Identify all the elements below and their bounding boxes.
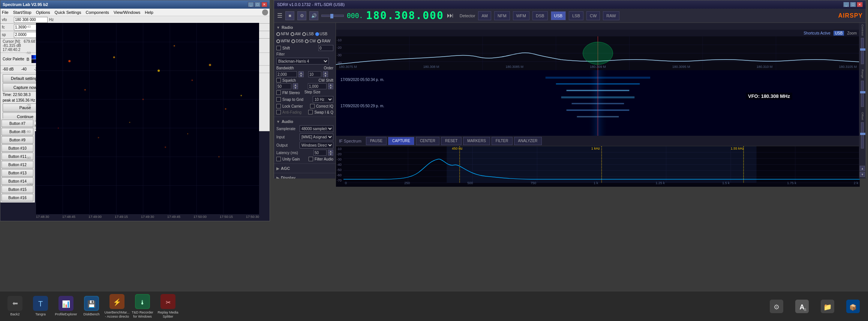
contrast-slider[interactable] — [861, 38, 864, 64]
fc-input[interactable] — [14, 24, 36, 30]
filter-select[interactable]: Blackman-Harris 4 — [276, 58, 329, 64]
sdr-maximize-btn[interactable]: □ — [850, 2, 856, 7]
bw-down-btn[interactable]: ▼ — [298, 74, 304, 77]
latency-input[interactable] — [313, 150, 327, 156]
sdr-close-btn[interactable]: ✕ — [857, 2, 863, 7]
taskbar-diskbench[interactable]: 💾 DiskBench — [80, 293, 103, 320]
range-slider[interactable] — [861, 81, 864, 107]
hamburger-icon[interactable]: ☰ — [277, 12, 282, 19]
side-btn-13[interactable]: Button #13 — [1, 169, 33, 177]
taskbar-font-icon[interactable]: A a — [791, 293, 813, 320]
if-markers-btn[interactable]: MARKERS — [463, 137, 490, 145]
if-capture-btn[interactable]: CAPTURE — [388, 137, 414, 145]
lockcarrier-label: Lock Carrier — [282, 104, 303, 108]
side-btn-15[interactable]: Button #15 — [1, 186, 33, 193]
volume-slider[interactable] — [321, 15, 344, 17]
cwshift-input[interactable] — [308, 83, 327, 89]
unitygain-checkbox[interactable]: Unity Gain — [276, 156, 300, 162]
mode-am-btn[interactable]: AM — [478, 11, 491, 20]
if-center-btn[interactable]: CENTER — [416, 137, 439, 145]
audio-section-header[interactable]: ▼ Audio — [276, 118, 333, 124]
shift-input[interactable] — [318, 45, 333, 51]
taskbar-dropbox-icon[interactable]: 📦 — [842, 293, 864, 320]
vfo-input[interactable] — [14, 17, 48, 23]
radio-usb[interactable]: USB — [315, 32, 328, 36]
mode-wfm-btn[interactable]: WFM — [513, 11, 529, 20]
close-button[interactable]: ✕ — [261, 2, 267, 7]
mode-usb-btn[interactable]: USB — [551, 11, 566, 20]
input-select[interactable]: [MME] Asignador d... — [300, 134, 333, 140]
sdr-minimize-btn[interactable]: _ — [843, 2, 849, 7]
menu-options[interactable]: Options — [36, 10, 50, 15]
bandwidth-input[interactable] — [276, 71, 297, 77]
display-section-header[interactable]: ▶ Display — [276, 175, 333, 178]
mode-nfm-btn[interactable]: NFM — [494, 11, 510, 20]
settings-icon[interactable]: ⚙ — [297, 11, 306, 20]
taskbar-userbenchmark[interactable]: ⚡ UserBenchMar... - Acceso directo — [106, 293, 128, 320]
offset-slider[interactable] — [861, 122, 864, 148]
radio-dsb[interactable]: DSB — [291, 39, 304, 43]
lat-down-btn[interactable]: ▼ — [328, 153, 333, 156]
radio-raw[interactable]: RAW — [317, 39, 330, 43]
sq-down-btn[interactable]: ▼ — [293, 86, 298, 89]
radio-section-header[interactable]: ▼ Radio — [276, 24, 333, 30]
radio-cw[interactable]: CW — [305, 39, 316, 43]
taskbar-profileexplorer[interactable]: 📊 ProfileExplorer — [55, 293, 77, 320]
taskbar-settings-icon[interactable]: ⚙ — [765, 293, 788, 320]
if-filter-btn[interactable]: FILTER — [492, 137, 513, 145]
mode-raw-btn[interactable]: RAW — [603, 11, 619, 20]
snaptogrid-checkbox[interactable]: Snap to Grid — [276, 96, 303, 103]
side-btn-9[interactable]: Button #9 — [1, 136, 33, 144]
menu-help[interactable]: Help — [145, 10, 153, 15]
volume-icon[interactable]: 🔊 — [309, 11, 318, 20]
radio-am[interactable]: AM — [291, 32, 301, 36]
swapiq-checkbox[interactable]: Swap I & Q — [308, 110, 333, 115]
order-down-btn[interactable]: ▼ — [323, 74, 328, 77]
menu-startstop[interactable]: Start/Stop — [13, 10, 31, 15]
menu-file[interactable]: File — [2, 10, 9, 15]
antifading-checkbox[interactable]: Anti-Fading — [276, 110, 301, 115]
cw-down-btn[interactable]: ▼ — [328, 86, 333, 89]
side-btn-10[interactable]: Button #10 — [1, 144, 33, 152]
correctiq-checkbox[interactable]: Correct IQ — [310, 104, 333, 109]
nav-up-icon[interactable]: ▲ — [860, 166, 865, 171]
taskbar-folder-icon[interactable]: 📁 — [816, 293, 839, 320]
fmstereo-checkbox[interactable]: FM Stereo — [276, 90, 300, 95]
squelch-input[interactable] — [276, 83, 291, 89]
squelch-checkbox[interactable]: Squelch CW Shift — [276, 78, 333, 83]
agc-section-header[interactable]: ▶ AGC — [276, 165, 333, 171]
skip-forward-icon[interactable]: ⏭ — [447, 12, 454, 20]
stop-button[interactable]: ■ — [285, 11, 294, 20]
x-label-5: 17:49:45 — [167, 215, 180, 219]
sp-input[interactable] — [14, 32, 36, 38]
mode-dsb-btn[interactable]: DSB — [532, 11, 548, 20]
menu-quicksettings[interactable]: Quick Settings — [55, 10, 81, 15]
minimize-button[interactable]: _ — [248, 2, 254, 7]
nav-down-icon[interactable]: ▼ — [860, 172, 865, 177]
if-analyzer-btn[interactable]: ANALYZER — [514, 137, 542, 145]
side-btn-7[interactable]: Button #7 — [1, 120, 33, 127]
radio-lsb[interactable]: LSB — [302, 32, 314, 36]
samplerate-select[interactable]: 48000 sample/sec... — [300, 125, 333, 132]
radio-wfm[interactable]: WFM — [276, 39, 290, 43]
menu-viewwindows[interactable]: View/Windows — [114, 10, 140, 15]
filteraudio-checkbox[interactable]: Filter Audio — [309, 156, 333, 162]
taskbar-back2[interactable]: ⬅ Back2 — [4, 293, 26, 320]
side-btn-16[interactable]: Button #16 — [1, 194, 33, 201]
if-reset-btn[interactable]: RESET — [441, 137, 462, 145]
mode-cw-btn[interactable]: CW — [586, 11, 600, 20]
menu-components[interactable]: Components — [86, 10, 109, 15]
output-select[interactable]: Windows DirectSou... — [300, 142, 333, 148]
order-input[interactable] — [308, 71, 321, 77]
if-pause-btn[interactable]: PAUSE — [366, 137, 387, 145]
maximize-button[interactable]: □ — [255, 2, 261, 7]
stepsize-select[interactable]: 10 Hz — [313, 96, 333, 103]
shift-checkbox[interactable]: Shift — [276, 45, 333, 51]
lockcarrier-checkbox[interactable]: Lock Carrier — [276, 104, 303, 109]
radio-nfm[interactable]: NFM — [276, 32, 289, 36]
taskbar-tdrecorder[interactable]: 🌡 T&D Recorder for Windows — [131, 293, 154, 320]
taskbar-tangra[interactable]: T Tangra — [29, 293, 52, 320]
taskbar-replaymedia[interactable]: ✂ Replay Media Splitter — [157, 293, 179, 320]
side-btn-12[interactable]: Button #12 — [1, 161, 33, 168]
mode-lsb-btn[interactable]: LSB — [569, 11, 583, 20]
